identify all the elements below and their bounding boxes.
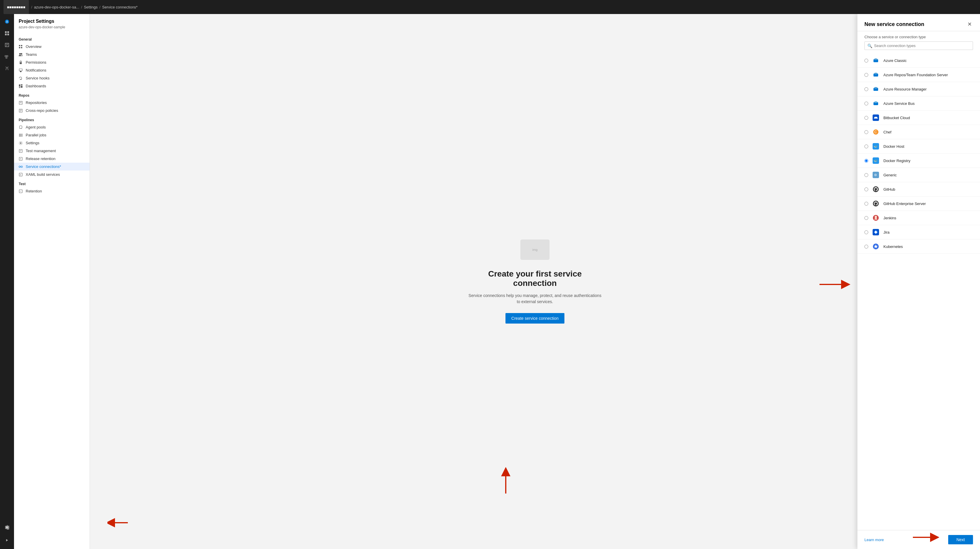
sidebar-item-settings[interactable]: Settings <box>14 139 90 147</box>
sidebar-item-dashboards[interactable]: Dashboards <box>14 82 90 90</box>
next-button[interactable]: Next <box>948 535 973 544</box>
grid-icon <box>19 45 23 49</box>
radio-azure-classic[interactable] <box>864 59 868 62</box>
connection-type-item-jira[interactable]: Jira <box>858 225 980 239</box>
retention-icon <box>19 157 23 161</box>
build-icon: X <box>19 172 23 177</box>
sidebar-item-repositories[interactable]: Repositories <box>14 99 90 107</box>
radio-chef[interactable] <box>864 130 868 134</box>
hooks-icon <box>19 76 23 80</box>
breadcrumb-current: Service connections* <box>102 5 137 10</box>
parallel-icon <box>19 133 23 137</box>
label-azure-service-bus: Azure Service Bus <box>883 101 915 106</box>
radio-docker-registry[interactable] <box>864 159 868 163</box>
page-description: Service connections help you manage, pro… <box>466 293 603 305</box>
svg-rect-18 <box>21 86 22 88</box>
breadcrumb-separator: / <box>31 5 32 10</box>
panel-close-button[interactable]: ✕ <box>966 20 973 29</box>
connection-type-item-github[interactable]: GitHub <box>858 182 980 196</box>
repo-icon <box>19 101 23 105</box>
breadcrumb-project[interactable]: azure-dev-ops-docker-sa... <box>34 5 79 10</box>
connection-type-item-docker-registry[interactable]: 🐳Docker Registry <box>858 153 980 168</box>
breadcrumb-settings[interactable]: Settings <box>84 5 97 10</box>
sidebar-item-service-connections[interactable]: Service connections* <box>14 163 90 171</box>
rail-boards-icon[interactable] <box>2 28 12 38</box>
label-bitbucket-cloud: Bitbucket Cloud <box>883 116 910 120</box>
radio-bitbucket-cloud[interactable] <box>864 116 868 120</box>
radio-github-enterprise[interactable] <box>864 202 868 206</box>
arrow-up-annotation <box>497 467 514 496</box>
svg-point-52 <box>874 101 878 103</box>
radio-docker-host[interactable] <box>864 145 868 148</box>
radio-azure-resource-manager[interactable] <box>864 87 868 91</box>
search-input[interactable] <box>864 41 973 50</box>
connection-type-list: Azure ClassicAzure Repos/Team Foundation… <box>858 53 980 530</box>
radio-jenkins[interactable] <box>864 216 868 220</box>
new-service-connection-panel: New service connection ✕ Choose a servic… <box>858 14 980 549</box>
label-azure-resource-manager: Azure Resource Manager <box>883 87 927 91</box>
icon-kubernetes <box>872 243 880 251</box>
connection-type-item-azure-service-bus[interactable]: Azure Service Bus <box>858 96 980 111</box>
svg-rect-11 <box>19 47 20 48</box>
svg-point-14 <box>21 53 22 54</box>
section-label-test: Test <box>14 179 90 187</box>
svg-rect-10 <box>21 45 22 46</box>
radio-azure-repos[interactable] <box>864 73 868 77</box>
svg-text:⚙: ⚙ <box>874 173 877 177</box>
sidebar-item-agent-pools[interactable]: Agent pools <box>14 123 90 131</box>
sidebar-item-test-management[interactable]: Test management <box>14 147 90 155</box>
icon-github <box>872 185 880 193</box>
radio-azure-service-bus[interactable] <box>864 102 868 105</box>
connection-type-item-jenkins[interactable]: Jenkins <box>858 211 980 225</box>
svg-point-13 <box>19 53 21 54</box>
create-service-connection-button[interactable]: Create service connection <box>506 313 565 324</box>
connection-type-item-bitbucket-cloud[interactable]: Bitbucket Cloud <box>858 111 980 125</box>
label-docker-host: Docker Host <box>883 144 904 148</box>
sidebar-item-notifications[interactable]: Notifications <box>14 66 90 74</box>
rail-collapse-icon[interactable] <box>2 535 12 546</box>
radio-github[interactable] <box>864 187 868 191</box>
page-title: Create your first service connection <box>466 269 603 288</box>
connection-type-item-generic[interactable]: ⚙Generic <box>858 168 980 182</box>
arrow-left-annotation <box>107 514 131 531</box>
connection-type-item-azure-resource-manager[interactable]: Azure Resource Manager <box>858 82 980 96</box>
svg-rect-32 <box>19 149 22 152</box>
sidebar-title: Project Settings <box>14 19 90 25</box>
sidebar-item-cross-repo[interactable]: Cross-repo policies <box>14 107 90 115</box>
connection-type-item-github-enterprise[interactable]: GitHub Enterprise Server <box>858 196 980 211</box>
connection-type-item-kubernetes[interactable]: Kubernetes <box>858 239 980 254</box>
search-icon: 🔍 <box>867 43 872 48</box>
section-label-pipelines: Pipelines <box>14 115 90 123</box>
project-pill[interactable]: ■■■■■■■■ <box>3 0 29 14</box>
connection-type-item-docker-host[interactable]: 🐳Docker Host <box>858 139 980 153</box>
svg-point-37 <box>21 166 22 168</box>
learn-more-link[interactable]: Learn more <box>864 538 884 542</box>
sidebar-item-xaml-build[interactable]: X XAML build services <box>14 171 90 179</box>
connection-type-item-azure-repos[interactable]: Azure Repos/Team Foundation Server <box>858 68 980 82</box>
rail-settings-icon[interactable] <box>2 522 12 533</box>
sidebar-item-release-retention[interactable]: Release retention <box>14 155 90 163</box>
radio-generic[interactable] <box>864 173 868 177</box>
sidebar-item-permissions[interactable]: Permissions <box>14 58 90 66</box>
sidebar-item-overview[interactable]: Overview <box>14 43 90 51</box>
sidebar-label-service-hooks: Service hooks <box>26 76 49 80</box>
label-jira: Jira <box>883 230 889 235</box>
connection-type-item-azure-classic[interactable]: Azure Classic <box>858 53 980 68</box>
radio-kubernetes[interactable] <box>864 245 868 249</box>
sidebar-label-settings: Settings <box>26 141 40 145</box>
rail-testplans-icon[interactable] <box>2 63 12 73</box>
rail-home-icon[interactable]: A <box>2 16 12 27</box>
top-bar: ■■■■■■■■ / azure-dev-ops-docker-sa... / … <box>0 0 980 14</box>
rail-pipelines-icon[interactable] <box>2 51 12 62</box>
connection-type-item-chef[interactable]: CChef <box>858 125 980 139</box>
label-azure-repos: Azure Repos/Team Foundation Server <box>883 73 948 77</box>
sidebar-item-parallel-jobs[interactable]: Parallel jobs <box>14 131 90 139</box>
sidebar-item-service-hooks[interactable]: Service hooks <box>14 74 90 82</box>
radio-jira[interactable] <box>864 230 868 234</box>
test-retention-icon <box>19 189 23 193</box>
sidebar-item-retention[interactable]: Retention <box>14 187 90 195</box>
icon-docker-host: 🐳 <box>872 142 880 150</box>
sidebar-item-teams[interactable]: Teams <box>14 51 90 58</box>
sidebar-label-permissions: Permissions <box>26 60 46 65</box>
rail-repos-icon[interactable] <box>2 40 12 50</box>
